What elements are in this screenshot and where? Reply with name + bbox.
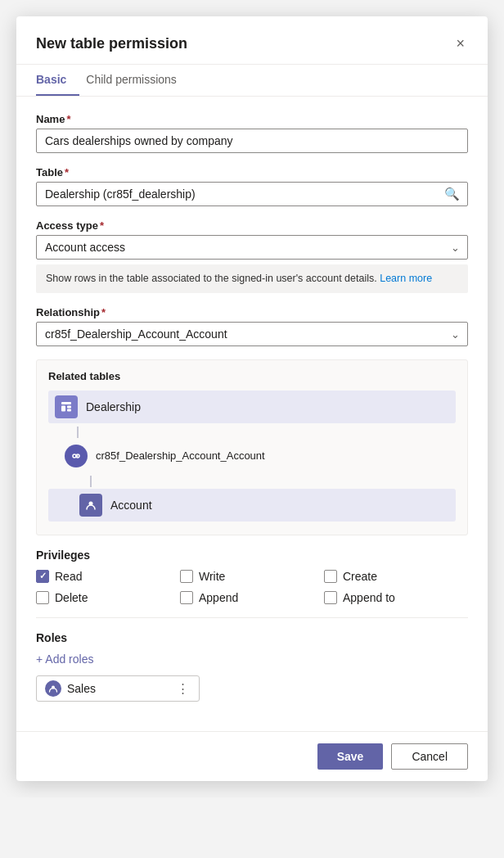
table-field-group: Table* 🔍 [36, 166, 468, 206]
related-item-dealership-label: Dealership [86, 400, 141, 413]
privileges-section: Privileges Read Write Create [36, 549, 468, 604]
tab-basic[interactable]: Basic [36, 65, 79, 96]
write-checkbox[interactable] [180, 570, 193, 583]
access-type-field-group: Access type* Account access Global acces… [36, 219, 468, 293]
modal-title: New table permission [36, 35, 187, 52]
table-search-wrap: 🔍 [36, 182, 468, 206]
related-item-account-label: Account [110, 499, 152, 512]
delete-checkbox[interactable] [36, 591, 49, 604]
privileges-title: Privileges [36, 549, 468, 562]
access-type-info: Show rows in the table associated to the… [36, 264, 468, 293]
roles-section: Roles + Add roles Sales ⋮ [36, 631, 468, 702]
access-type-select-wrap: Account access Global access Contact acc… [36, 235, 468, 260]
relationship-label: Relationship* [36, 306, 468, 318]
link-icon [65, 445, 88, 467]
role-icon [45, 680, 61, 697]
privilege-create: Create [324, 570, 468, 583]
name-label: Name* [36, 113, 468, 125]
related-item-account[interactable]: Account [48, 489, 456, 522]
roles-title: Roles [36, 631, 468, 644]
access-type-label: Access type* [36, 219, 468, 232]
tab-child-permissions[interactable]: Child permissions [86, 65, 189, 96]
connector-line [48, 427, 456, 438]
tabs-bar: Basic Child permissions [16, 65, 488, 97]
privilege-append: Append [180, 591, 324, 604]
relationship-field-group: Relationship* cr85f_Dealership_Account_A… [36, 306, 468, 346]
append-checkbox[interactable] [180, 591, 193, 604]
relationship-select-wrap: cr85f_Dealership_Account_Account ⌄ [36, 322, 468, 346]
cancel-button[interactable]: Cancel [391, 743, 468, 770]
append-to-checkbox[interactable] [324, 591, 337, 604]
name-input[interactable] [36, 129, 468, 153]
name-field-group: Name* [36, 113, 468, 153]
related-item-relationship[interactable]: cr85f_Dealership_Account_Account [48, 440, 456, 472]
svg-rect-1 [61, 405, 65, 411]
table-icon [55, 395, 78, 418]
save-button[interactable]: Save [317, 743, 384, 770]
close-button[interactable]: × [452, 33, 468, 54]
privilege-read: Read [36, 570, 180, 583]
related-tables-section: Related tables Dealership [36, 359, 468, 535]
new-table-permission-modal: New table permission × Basic Child permi… [16, 16, 488, 781]
related-item-relationship-label: cr85f_Dealership_Account_Account [96, 449, 265, 462]
access-type-select[interactable]: Account access Global access Contact acc… [36, 235, 468, 260]
learn-more-link[interactable]: Learn more [380, 273, 432, 284]
modal-body: Name* Table* 🔍 Access type* Account acce… [16, 97, 488, 731]
svg-rect-2 [67, 405, 71, 408]
role-name-sales: Sales [67, 682, 96, 695]
add-roles-button[interactable]: + Add roles [36, 651, 93, 667]
related-item-dealership[interactable]: Dealership [48, 391, 456, 423]
read-checkbox[interactable] [36, 570, 49, 583]
related-tables-group: Related tables Dealership [36, 359, 468, 535]
privilege-append-to: Append to [324, 591, 468, 604]
create-checkbox[interactable] [324, 570, 337, 583]
role-menu-button[interactable]: ⋮ [175, 681, 191, 696]
connector-line-2 [48, 476, 456, 487]
svg-rect-0 [61, 402, 71, 404]
svg-rect-3 [67, 409, 71, 411]
related-tables-title: Related tables [48, 370, 456, 382]
privilege-delete: Delete [36, 591, 180, 604]
relationship-select[interactable]: cr85f_Dealership_Account_Account [36, 322, 468, 346]
privilege-write: Write [180, 570, 324, 583]
role-tag-sales: Sales ⋮ [36, 675, 200, 702]
table-input[interactable] [36, 182, 468, 206]
account-icon [79, 494, 102, 517]
modal-header: New table permission × [16, 16, 488, 65]
privileges-grid: Read Write Create Delete [36, 570, 468, 604]
section-divider [36, 617, 468, 618]
modal-footer: Save Cancel [16, 731, 488, 781]
table-label: Table* [36, 166, 468, 178]
